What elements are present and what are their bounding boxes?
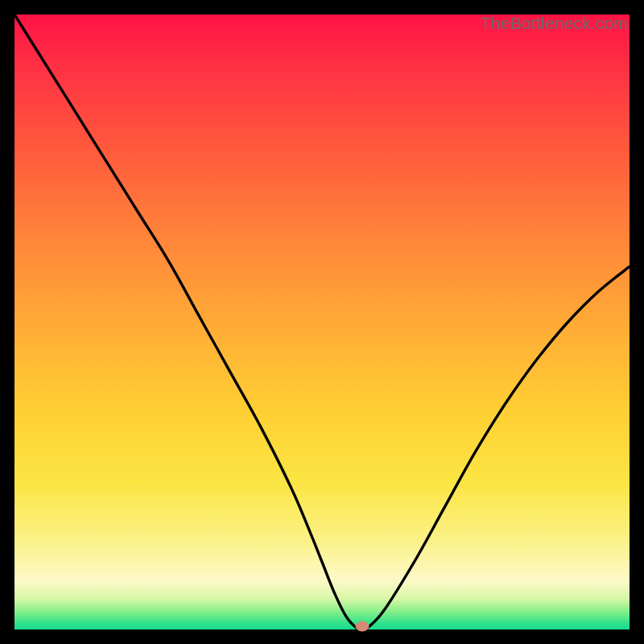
chart-frame: TheBottleneck.com xyxy=(0,0,644,644)
optimal-point-marker xyxy=(355,621,369,632)
bottleneck-curve xyxy=(14,14,630,630)
plot-area: TheBottleneck.com xyxy=(14,14,630,630)
